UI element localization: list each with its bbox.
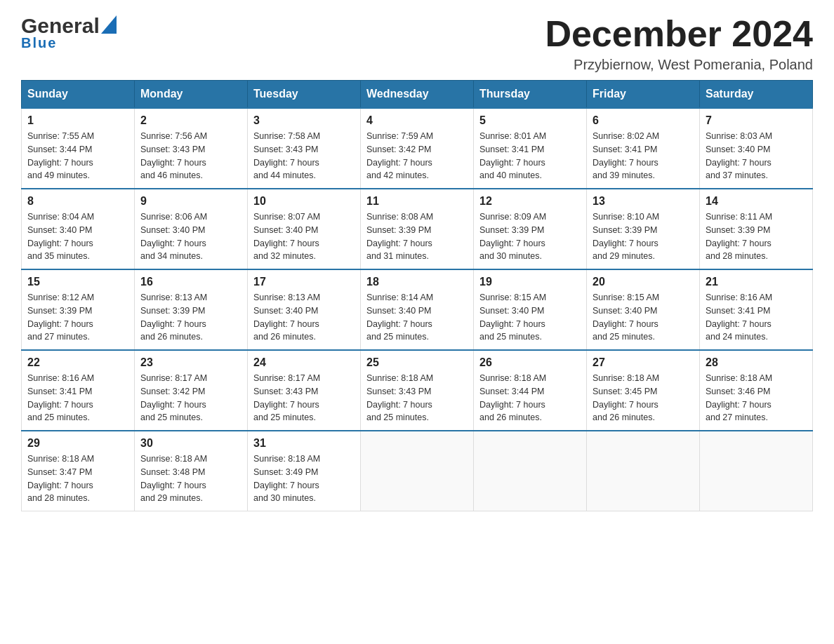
calendar-cell: 9Sunrise: 8:06 AMSunset: 3:40 PMDaylight…	[135, 189, 248, 269]
title-block: December 2024 Przybiernow, West Pomerani…	[545, 14, 813, 73]
svg-marker-0	[101, 15, 117, 34]
calendar-cell: 1Sunrise: 7:55 AMSunset: 3:44 PMDaylight…	[22, 108, 135, 189]
day-info: Sunrise: 8:03 AMSunset: 3:40 PMDaylight:…	[706, 130, 807, 182]
day-info: Sunrise: 8:13 AMSunset: 3:39 PMDaylight:…	[140, 291, 241, 344]
day-info: Sunrise: 8:01 AMSunset: 3:41 PMDaylight:…	[479, 130, 581, 182]
day-info: Sunrise: 8:13 AMSunset: 3:40 PMDaylight:…	[253, 291, 355, 344]
calendar-week-row: 29Sunrise: 8:18 AMSunset: 3:47 PMDayligh…	[22, 431, 813, 511]
day-number: 15	[27, 276, 128, 288]
weekday-header: Monday	[135, 81, 248, 109]
day-info: Sunrise: 8:18 AMSunset: 3:46 PMDaylight:…	[706, 372, 807, 424]
day-number: 1	[27, 114, 128, 127]
day-number: 27	[593, 356, 694, 369]
calendar-cell: 3Sunrise: 7:58 AMSunset: 3:43 PMDaylight…	[248, 108, 361, 189]
day-number: 20	[593, 276, 694, 288]
day-info: Sunrise: 8:14 AMSunset: 3:40 PMDaylight:…	[366, 291, 468, 344]
calendar-cell: 25Sunrise: 8:18 AMSunset: 3:43 PMDayligh…	[361, 350, 474, 431]
calendar-header-row: SundayMondayTuesdayWednesdayThursdayFrid…	[22, 81, 813, 109]
day-info: Sunrise: 8:07 AMSunset: 3:40 PMDaylight:…	[253, 210, 355, 263]
weekday-header: Friday	[587, 81, 700, 109]
day-number: 12	[479, 195, 581, 208]
calendar-cell: 14Sunrise: 8:11 AMSunset: 3:39 PMDayligh…	[700, 189, 813, 269]
calendar-cell: 18Sunrise: 8:14 AMSunset: 3:40 PMDayligh…	[361, 269, 474, 350]
day-number: 21	[706, 276, 807, 288]
day-info: Sunrise: 8:10 AMSunset: 3:39 PMDaylight:…	[593, 210, 694, 263]
calendar-cell: 6Sunrise: 8:02 AMSunset: 3:41 PMDaylight…	[587, 108, 700, 189]
day-number: 25	[366, 356, 468, 369]
day-info: Sunrise: 8:18 AMSunset: 3:47 PMDaylight:…	[27, 452, 128, 505]
day-number: 28	[706, 356, 807, 369]
day-info: Sunrise: 8:15 AMSunset: 3:40 PMDaylight:…	[479, 291, 581, 344]
calendar-cell: 12Sunrise: 8:09 AMSunset: 3:39 PMDayligh…	[474, 189, 587, 269]
calendar-cell: 11Sunrise: 8:08 AMSunset: 3:39 PMDayligh…	[361, 189, 474, 269]
calendar-cell	[587, 431, 700, 511]
day-info: Sunrise: 7:55 AMSunset: 3:44 PMDaylight:…	[27, 130, 128, 182]
day-number: 16	[140, 276, 241, 288]
day-info: Sunrise: 8:16 AMSunset: 3:41 PMDaylight:…	[27, 372, 128, 424]
calendar-cell: 28Sunrise: 8:18 AMSunset: 3:46 PMDayligh…	[700, 350, 813, 431]
day-info: Sunrise: 7:56 AMSunset: 3:43 PMDaylight:…	[140, 130, 241, 182]
day-number: 14	[706, 195, 807, 208]
calendar-cell: 13Sunrise: 8:10 AMSunset: 3:39 PMDayligh…	[587, 189, 700, 269]
day-info: Sunrise: 8:06 AMSunset: 3:40 PMDaylight:…	[140, 210, 241, 263]
calendar-week-row: 1Sunrise: 7:55 AMSunset: 3:44 PMDaylight…	[22, 108, 813, 189]
day-info: Sunrise: 7:58 AMSunset: 3:43 PMDaylight:…	[253, 130, 355, 182]
day-number: 26	[479, 356, 581, 369]
calendar-cell: 22Sunrise: 8:16 AMSunset: 3:41 PMDayligh…	[22, 350, 135, 431]
logo-name: General	[21, 14, 100, 38]
weekday-header: Sunday	[22, 81, 135, 109]
day-number: 3	[253, 114, 355, 127]
calendar-week-row: 8Sunrise: 8:04 AMSunset: 3:40 PMDaylight…	[22, 189, 813, 269]
calendar-cell: 5Sunrise: 8:01 AMSunset: 3:41 PMDaylight…	[474, 108, 587, 189]
calendar-cell: 26Sunrise: 8:18 AMSunset: 3:44 PMDayligh…	[474, 350, 587, 431]
day-info: Sunrise: 8:11 AMSunset: 3:39 PMDaylight:…	[706, 210, 807, 263]
day-number: 2	[140, 114, 241, 127]
day-number: 17	[253, 276, 355, 288]
calendar-cell: 24Sunrise: 8:17 AMSunset: 3:43 PMDayligh…	[248, 350, 361, 431]
day-info: Sunrise: 8:17 AMSunset: 3:42 PMDaylight:…	[140, 372, 241, 424]
calendar-cell: 21Sunrise: 8:16 AMSunset: 3:41 PMDayligh…	[700, 269, 813, 350]
weekday-header: Wednesday	[361, 81, 474, 109]
calendar-cell: 30Sunrise: 8:18 AMSunset: 3:48 PMDayligh…	[135, 431, 248, 511]
day-info: Sunrise: 8:02 AMSunset: 3:41 PMDaylight:…	[593, 130, 694, 182]
day-number: 22	[27, 356, 128, 369]
location-subtitle: Przybiernow, West Pomerania, Poland	[545, 57, 813, 73]
calendar-cell: 10Sunrise: 8:07 AMSunset: 3:40 PMDayligh…	[248, 189, 361, 269]
calendar-cell: 16Sunrise: 8:13 AMSunset: 3:39 PMDayligh…	[135, 269, 248, 350]
weekday-header: Tuesday	[248, 81, 361, 109]
calendar-cell: 20Sunrise: 8:15 AMSunset: 3:40 PMDayligh…	[587, 269, 700, 350]
day-info: Sunrise: 7:59 AMSunset: 3:42 PMDaylight:…	[366, 130, 468, 182]
day-number: 19	[479, 276, 581, 288]
day-info: Sunrise: 8:09 AMSunset: 3:39 PMDaylight:…	[479, 210, 581, 263]
calendar-cell: 23Sunrise: 8:17 AMSunset: 3:42 PMDayligh…	[135, 350, 248, 431]
calendar-week-row: 22Sunrise: 8:16 AMSunset: 3:41 PMDayligh…	[22, 350, 813, 431]
day-number: 11	[366, 195, 468, 208]
logo-blue: Blue	[21, 35, 57, 51]
day-info: Sunrise: 8:15 AMSunset: 3:40 PMDaylight:…	[593, 291, 694, 344]
day-info: Sunrise: 8:08 AMSunset: 3:39 PMDaylight:…	[366, 210, 468, 263]
calendar-cell: 15Sunrise: 8:12 AMSunset: 3:39 PMDayligh…	[22, 269, 135, 350]
calendar-cell: 2Sunrise: 7:56 AMSunset: 3:43 PMDaylight…	[135, 108, 248, 189]
day-number: 31	[253, 437, 355, 450]
weekday-header: Thursday	[474, 81, 587, 109]
calendar-table: SundayMondayTuesdayWednesdayThursdayFrid…	[21, 80, 813, 511]
day-info: Sunrise: 8:18 AMSunset: 3:45 PMDaylight:…	[593, 372, 694, 424]
day-number: 24	[253, 356, 355, 369]
day-number: 7	[706, 114, 807, 127]
day-info: Sunrise: 8:18 AMSunset: 3:48 PMDaylight:…	[140, 452, 241, 505]
day-number: 30	[140, 437, 241, 450]
calendar-cell: 4Sunrise: 7:59 AMSunset: 3:42 PMDaylight…	[361, 108, 474, 189]
calendar-cell	[474, 431, 587, 511]
day-info: Sunrise: 8:16 AMSunset: 3:41 PMDaylight:…	[706, 291, 807, 344]
day-info: Sunrise: 8:12 AMSunset: 3:39 PMDaylight:…	[27, 291, 128, 344]
calendar-cell: 31Sunrise: 8:18 AMSunset: 3:49 PMDayligh…	[248, 431, 361, 511]
day-number: 10	[253, 195, 355, 208]
logo-icon	[101, 15, 117, 34]
logo: General Blue	[21, 14, 117, 51]
calendar-week-row: 15Sunrise: 8:12 AMSunset: 3:39 PMDayligh…	[22, 269, 813, 350]
day-info: Sunrise: 8:18 AMSunset: 3:49 PMDaylight:…	[253, 452, 355, 505]
calendar-cell	[361, 431, 474, 511]
calendar-cell: 19Sunrise: 8:15 AMSunset: 3:40 PMDayligh…	[474, 269, 587, 350]
day-info: Sunrise: 8:04 AMSunset: 3:40 PMDaylight:…	[27, 210, 128, 263]
day-info: Sunrise: 8:18 AMSunset: 3:44 PMDaylight:…	[479, 372, 581, 424]
